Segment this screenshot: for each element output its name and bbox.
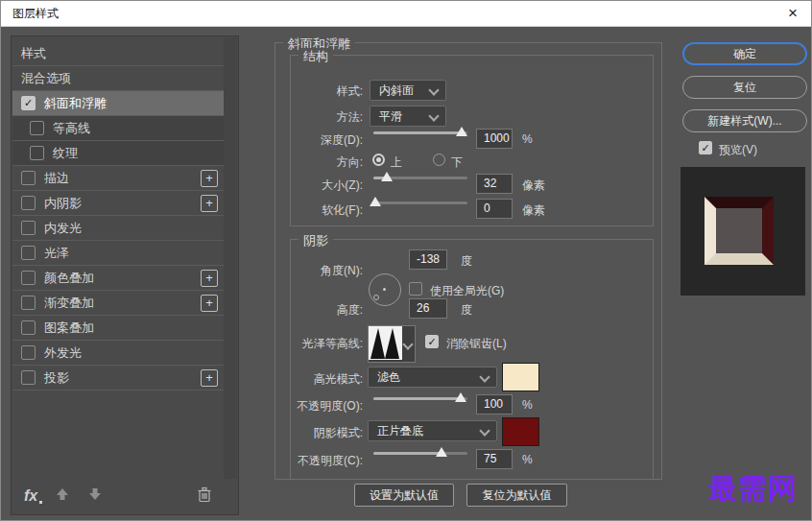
gloss-contour-picker[interactable] [368, 325, 416, 363]
soften-slider[interactable] [373, 196, 467, 209]
size-slider[interactable] [373, 171, 467, 184]
highlight-opacity-input[interactable]: 100 [476, 394, 513, 414]
highlight-opacity-label: 不透明度(O): [281, 398, 363, 414]
anti-alias-checkbox[interactable]: ✓ [425, 335, 439, 348]
watermark-text: 最需网 [708, 469, 798, 509]
style-select[interactable]: 内斜面 [370, 80, 446, 101]
size-unit: 像素 [522, 178, 545, 194]
styles-list-toolbar: fx [12, 479, 224, 513]
highlight-mode-select[interactable]: 滤色 [368, 367, 497, 388]
size-input[interactable]: 32 [476, 174, 513, 194]
checkbox-unchecked[interactable] [21, 246, 36, 260]
new-style-button[interactable]: 新建样式(W)... [682, 109, 807, 132]
set-default-button[interactable]: 设置为默认值 [354, 484, 454, 507]
item-label: 等高线 [53, 120, 90, 137]
soften-input[interactable]: 0 [476, 199, 513, 219]
slider-thumb[interactable] [381, 172, 393, 181]
style-value: 内斜面 [379, 83, 414, 97]
styles-list-panel: 样式 混合选项 ✓斜面和浮雕 等高线 纹理 描边+ 内阴影+ 内发光 光泽 颜色… [11, 36, 239, 515]
checkbox-unchecked[interactable] [30, 121, 44, 135]
technique-value: 平滑 [379, 109, 402, 123]
angle-input[interactable]: -138 [409, 249, 447, 270]
shadow-opacity-input[interactable]: 75 [476, 449, 513, 469]
shadow-color-swatch[interactable] [502, 417, 539, 446]
sidebar-item-stroke[interactable]: 描边+ [12, 166, 224, 191]
sidebar-item-pattern-overlay[interactable]: 图案叠加 [12, 316, 224, 341]
item-label: 斜面和浮雕 [44, 95, 107, 112]
slider-thumb[interactable] [436, 447, 447, 457]
highlight-opacity-slider[interactable] [373, 391, 467, 405]
checkbox-unchecked[interactable] [21, 296, 36, 310]
slider-thumb[interactable] [370, 197, 381, 206]
direction-down-radio[interactable] [433, 154, 445, 166]
item-label: 内发光 [44, 220, 82, 237]
checkbox-unchecked[interactable] [21, 196, 36, 210]
sidebar-item-inner-shadow[interactable]: 内阴影+ [12, 191, 224, 216]
direction-up-label: 上 [391, 154, 402, 171]
shadow-mode-select[interactable]: 正片叠底 [368, 420, 497, 441]
slider-fill [373, 397, 461, 400]
delete-effect-icon[interactable] [197, 486, 212, 507]
add-instance-icon[interactable]: + [201, 295, 218, 312]
slider-thumb[interactable] [455, 392, 466, 402]
item-label: 纹理 [53, 145, 78, 162]
item-label: 投影 [44, 369, 69, 387]
slider-thumb[interactable] [456, 127, 467, 136]
sidebar-item-drop-shadow[interactable]: 投影+ [12, 366, 224, 391]
sidebar-item-bevel-emboss[interactable]: ✓斜面和浮雕 [12, 91, 224, 116]
close-icon[interactable]: × [780, 1, 805, 26]
sidebar-item-styles[interactable]: 样式 [12, 41, 224, 66]
reset-default-button[interactable]: 复位为默认值 [466, 484, 567, 507]
checkbox-unchecked[interactable] [21, 171, 36, 185]
sidebar-item-blending-options[interactable]: 混合选项 [12, 66, 224, 91]
global-light-checkbox[interactable] [409, 282, 422, 296]
chevron-down-icon [428, 84, 439, 95]
checkbox-unchecked[interactable] [21, 370, 36, 385]
checkbox-unchecked[interactable] [30, 146, 44, 160]
shadow-opacity-slider[interactable] [373, 446, 467, 460]
preview-checkbox[interactable]: ✓ [699, 141, 712, 154]
move-down-icon[interactable] [87, 486, 103, 506]
add-instance-icon[interactable]: + [201, 270, 218, 287]
highlight-color-swatch[interactable] [502, 363, 539, 391]
scrollbar-track[interactable] [224, 37, 237, 479]
direction-label: 方向: [281, 154, 363, 171]
sidebar-item-outer-glow[interactable]: 外发光 [12, 341, 224, 366]
add-instance-icon[interactable]: + [201, 170, 218, 187]
angle-unit: 度 [461, 253, 472, 270]
bevel-emboss-panel: 斜面和浮雕 结构 样式: 内斜面 方法: 平滑 深度(D): 1000 % 方向… [275, 42, 662, 480]
sidebar-item-texture[interactable]: 纹理 [12, 141, 224, 166]
sidebar-item-satin[interactable]: 光泽 [12, 241, 224, 266]
soften-label: 软化(F): [281, 202, 363, 219]
checkbox-unchecked[interactable] [21, 271, 36, 285]
item-label: 图案叠加 [44, 320, 94, 337]
angle-dial[interactable] [369, 273, 401, 306]
depth-slider[interactable] [373, 126, 467, 139]
highlight-opacity-unit: % [522, 398, 533, 412]
technique-select[interactable]: 平滑 [370, 106, 446, 127]
sidebar-item-inner-glow[interactable]: 内发光 [12, 216, 224, 241]
add-instance-icon[interactable]: + [201, 369, 218, 387]
reset-button[interactable]: 复位 [682, 76, 807, 99]
checkbox-unchecked[interactable] [21, 345, 36, 360]
sidebar-item-color-overlay[interactable]: 颜色叠加+ [12, 266, 224, 291]
anti-alias-label: 消除锯齿(L) [446, 336, 507, 352]
item-label: 描边 [44, 170, 69, 187]
depth-input[interactable]: 1000 [476, 129, 513, 149]
altitude-unit: 度 [461, 302, 472, 319]
checkbox-unchecked[interactable] [21, 320, 36, 335]
checkbox-checked-icon[interactable]: ✓ [21, 96, 36, 110]
direction-up-radio[interactable] [372, 154, 385, 166]
checkbox-unchecked[interactable] [21, 221, 36, 235]
add-instance-icon[interactable]: + [201, 195, 218, 212]
sidebar-item-contour[interactable]: 等高线 [12, 116, 224, 141]
sidebar-item-gradient-overlay[interactable]: 渐变叠加+ [12, 291, 224, 316]
bevel-preview-square [705, 197, 774, 265]
soften-unit: 像素 [522, 202, 545, 219]
dialog-title: 图层样式 [12, 1, 59, 26]
move-up-icon[interactable] [55, 486, 70, 506]
fx-menu-icon[interactable]: fx [24, 487, 37, 505]
altitude-input[interactable]: 26 [409, 298, 447, 319]
ok-button[interactable]: 确定 [682, 42, 807, 65]
style-label: 样式: [281, 83, 363, 100]
